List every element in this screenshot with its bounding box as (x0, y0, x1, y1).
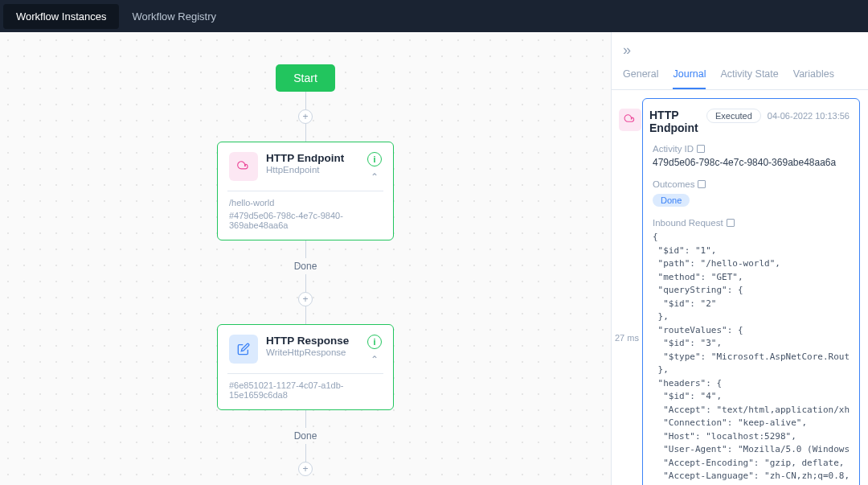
cloud-icon (619, 109, 641, 131)
activity-subtitle: WriteHttpResponse (266, 347, 359, 357)
section-label-inbound: Inbound Request (653, 218, 850, 228)
main-area: Start + HTTP Endpoint HttpEndpoint i ⌃ (0, 32, 868, 485)
activity-id: #6e851021-1127-4c07-a1db-15e1659c6da8 (229, 380, 382, 400)
timeline-marker: 27 ms (612, 331, 642, 344)
add-connector-button[interactable]: + (298, 462, 313, 476)
info-icon[interactable]: i (367, 335, 382, 349)
section-label-outcomes: Outcomes (653, 179, 850, 189)
journal-card: HTTP Endpoint Executed 04-06-2022 10:13:… (642, 98, 860, 485)
divider (227, 373, 383, 374)
connector (305, 274, 306, 292)
cloud-icon (229, 152, 258, 181)
activity-header: HTTP Endpoint HttpEndpoint i ⌃ (229, 152, 382, 183)
panel-tabs: General Journal Activity State Variables (612, 59, 868, 90)
chevron-up-icon[interactable]: ⌃ (371, 354, 379, 365)
tab-activity-state[interactable]: Activity State (720, 68, 778, 89)
activity-id-value: 479d5e06-798c-4e7c-9840-369abe48aa6a (653, 157, 850, 168)
section-label-activity-id: Activity ID (653, 144, 850, 154)
side-panel: » General Journal Activity State Variabl… (611, 32, 868, 485)
activity-actions: i ⌃ (367, 335, 382, 365)
timestamp: 04-06-2022 10:13:56 (768, 111, 850, 121)
activity-path: /hello-world (229, 198, 382, 208)
journal-body[interactable]: 27 ms HTTP Endpoint Executed 04-06-2022 … (612, 90, 868, 485)
connector (305, 124, 306, 142)
connector (305, 410, 306, 428)
top-nav: Workflow Instances Workflow Registry (0, 0, 868, 32)
journal-header: HTTP Endpoint Executed 04-06-2022 10:13:… (619, 109, 850, 134)
start-node[interactable]: Start (276, 64, 335, 92)
journal-title: HTTP Endpoint (649, 109, 698, 134)
activity-title-box: HTTP Endpoint HttpEndpoint (266, 152, 359, 175)
activity-subtitle: HttpEndpoint (266, 165, 359, 175)
nav-tab-instances[interactable]: Workflow Instances (3, 4, 119, 29)
divider (227, 191, 383, 191)
connector (305, 92, 306, 109)
connector (305, 240, 306, 258)
panel-collapse: » (612, 32, 868, 59)
tab-journal[interactable]: Journal (673, 68, 706, 89)
copy-icon[interactable] (698, 180, 706, 188)
connector-label: Done (294, 428, 317, 444)
activity-card-http-endpoint[interactable]: HTTP Endpoint HttpEndpoint i ⌃ /hello-wo… (217, 142, 394, 240)
copy-icon[interactable] (697, 145, 705, 153)
connector-label: Done (294, 258, 317, 274)
status-badge: Executed (706, 109, 761, 123)
info-icon[interactable]: i (367, 152, 382, 166)
activity-header: HTTP Response WriteHttpResponse i ⌃ (229, 335, 382, 365)
activity-id: #479d5e06-798c-4e7c-9840-369abe48aa6a (229, 211, 382, 230)
nav-tab-registry[interactable]: Workflow Registry (119, 4, 229, 29)
activity-title: HTTP Endpoint (266, 152, 359, 164)
add-connector-button[interactable]: + (298, 109, 313, 124)
outcome-pill: Done (653, 194, 690, 207)
flow-container: Start + HTTP Endpoint HttpEndpoint i ⌃ (217, 64, 394, 476)
edit-icon (229, 335, 258, 364)
tab-general[interactable]: General (623, 68, 658, 89)
canvas[interactable]: Start + HTTP Endpoint HttpEndpoint i ⌃ (0, 32, 611, 485)
tab-variables[interactable]: Variables (793, 68, 834, 89)
chevron-up-icon[interactable]: ⌃ (371, 171, 379, 183)
activity-title-box: HTTP Response WriteHttpResponse (266, 335, 359, 357)
copy-icon[interactable] (727, 219, 735, 227)
collapse-icon[interactable]: » (623, 42, 631, 58)
connector (305, 444, 306, 462)
activity-actions: i ⌃ (367, 152, 382, 183)
activity-title: HTTP Response (266, 335, 359, 347)
json-dump: { "$id": "1", "path": "/hello-world", "m… (653, 231, 850, 485)
add-connector-button[interactable]: + (298, 292, 313, 306)
connector (305, 306, 306, 324)
journal-meta: Executed 04-06-2022 10:13:56 (706, 109, 850, 123)
activity-card-http-response[interactable]: HTTP Response WriteHttpResponse i ⌃ #6e8… (217, 324, 394, 410)
